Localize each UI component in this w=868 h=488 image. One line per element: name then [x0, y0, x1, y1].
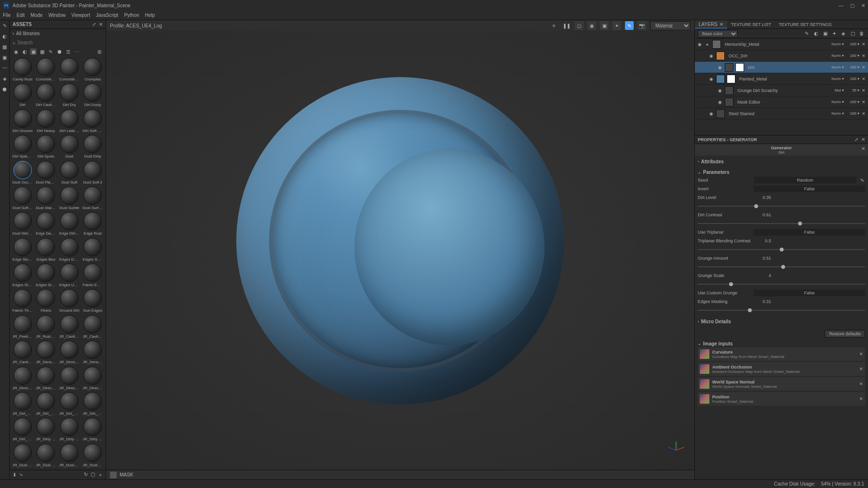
- undock-icon[interactable]: ⤢: [92, 22, 96, 27]
- tab-texture-set-settings[interactable]: TEXTURE SET SETTINGS: [775, 20, 835, 28]
- add-folder-icon[interactable]: ▢: [849, 30, 856, 37]
- dirt-level-slider[interactable]: [698, 206, 865, 207]
- layer-thumb[interactable]: [725, 86, 733, 95]
- menu-python[interactable]: Python: [124, 13, 139, 18]
- blend-mode[interactable]: Norm ▾: [831, 53, 844, 58]
- panel-close-icon[interactable]: ✕: [99, 22, 103, 27]
- material-dropdown[interactable]: Material: [650, 21, 691, 30]
- asset-item[interactable]: Dirt Heavy: [35, 109, 57, 133]
- layer-thumb[interactable]: [716, 75, 725, 83]
- eraser-icon[interactable]: ◐: [1, 33, 8, 40]
- camera-icon[interactable]: ◉: [587, 21, 596, 30]
- section-image-inputs[interactable]: ⌄Image inputs: [698, 340, 865, 347]
- mask-thumb[interactable]: [727, 75, 735, 83]
- add-smart-icon[interactable]: ◈: [840, 30, 847, 37]
- filter-more-icon[interactable]: ⋯: [73, 48, 80, 55]
- menu-javascript[interactable]: JavaScript: [96, 13, 119, 18]
- render-icon[interactable]: ✎: [625, 21, 634, 30]
- blend-mode[interactable]: Norm ▾: [831, 42, 844, 46]
- viewport-3d[interactable]: [106, 31, 694, 470]
- triplanar-slider[interactable]: [698, 249, 865, 250]
- remove-input-icon[interactable]: ✕: [859, 382, 863, 386]
- visibility-icon[interactable]: ◉: [697, 41, 703, 47]
- refresh-icon[interactable]: ↻: [84, 472, 88, 478]
- image-input-row[interactable]: World Space NormalWorld Space Normals Sm…: [698, 377, 865, 391]
- filter-settings-icon[interactable]: ☰: [65, 48, 71, 55]
- asset-item[interactable]: Ground Dirt: [58, 289, 81, 313]
- asset-item[interactable]: Dirt: [12, 83, 34, 107]
- layer-name[interactable]: Dirt: [746, 65, 829, 70]
- projection-icon[interactable]: ▦: [1, 43, 8, 50]
- asset-item[interactable]: Dust: [58, 135, 81, 159]
- layer-thumb[interactable]: [725, 63, 733, 72]
- filter-all-icon[interactable]: ◉: [13, 48, 19, 55]
- material-icon[interactable]: ⬢: [1, 86, 8, 92]
- layer-name[interactable]: OCC_Dirt: [727, 53, 829, 58]
- add-fill-icon[interactable]: ▣: [822, 30, 828, 37]
- asset-item[interactable]: JR_Dirt_Co...: [12, 392, 34, 416]
- section-micro[interactable]: ›Micro Details: [698, 317, 865, 325]
- grunge-scale-slider[interactable]: [698, 284, 865, 285]
- asset-item[interactable]: JR_Dirt_Fine: [35, 392, 57, 416]
- opacity-value[interactable]: 100 ▾: [848, 42, 859, 46]
- mask-thumb[interactable]: [735, 63, 744, 72]
- asset-item[interactable]: Fabric Edg...: [82, 264, 104, 288]
- layer-thumb[interactable]: [716, 52, 725, 60]
- visibility-icon[interactable]: ◉: [717, 99, 723, 105]
- asset-item[interactable]: Edges Stro...: [35, 264, 57, 288]
- layer-row[interactable]: ◉OCC_DirtNorm ▾100 ▾✕: [695, 50, 868, 62]
- image-input-row[interactable]: Ambient OcclusionAmbient Occlusion Map f…: [698, 362, 865, 376]
- asset-item[interactable]: Crumples: [82, 58, 104, 82]
- asset-item[interactable]: Gun Edges: [82, 289, 104, 313]
- delete-icon[interactable]: ✕: [861, 65, 866, 70]
- tab-texture-set-list[interactable]: TEXTURE SET LIST: [727, 20, 775, 28]
- close-button[interactable]: ✕: [861, 3, 865, 8]
- asset-item[interactable]: Edges Scra...: [82, 238, 104, 262]
- asset-item[interactable]: Dust Stained: [35, 186, 57, 211]
- pause-icon[interactable]: ❚❚: [562, 21, 571, 30]
- menu-mode[interactable]: Mode: [30, 13, 42, 18]
- asset-item[interactable]: JR_Dust_Fi...: [82, 444, 104, 468]
- asset-item[interactable]: JR_Dirt_Fine: [58, 392, 81, 416]
- asset-item[interactable]: Dirt Ground: [12, 109, 34, 133]
- add-effect-icon[interactable]: ✎: [803, 30, 810, 37]
- asset-item[interactable]: Dust Soft: [58, 161, 81, 185]
- remove-input-icon[interactable]: ✕: [859, 352, 863, 356]
- edit-icon[interactable]: ✎: [859, 178, 865, 183]
- back-icon[interactable]: ‹: [13, 31, 14, 36]
- display-settings-icon[interactable]: ≡: [550, 21, 558, 30]
- brush-icon[interactable]: ✎: [1, 22, 8, 29]
- asset-item[interactable]: JR_Directio...: [12, 367, 34, 391]
- layer-thumb[interactable]: [725, 98, 733, 106]
- asset-item[interactable]: Edge Rust: [82, 212, 104, 236]
- asset-item[interactable]: JR_Dirty Le...: [58, 418, 81, 442]
- delete-icon[interactable]: ✕: [861, 77, 866, 81]
- layer-row[interactable]: ◉Mask EditorNorm ▾100 ▾✕: [695, 96, 868, 108]
- folder-icon[interactable]: ▢: [91, 472, 95, 478]
- image-input-row[interactable]: PositionPosition Smart_Material✕: [698, 392, 865, 406]
- minimize-button[interactable]: —: [839, 3, 843, 8]
- import-icon[interactable]: ⬇: [13, 472, 16, 477]
- edges-masking-slider[interactable]: [698, 310, 865, 311]
- grunge-amount-slider[interactable]: [698, 266, 865, 267]
- blend-mode[interactable]: Norm ▾: [831, 65, 844, 69]
- asset-item[interactable]: JR_Cavity_...: [58, 315, 81, 339]
- layer-thumb[interactable]: [712, 40, 721, 49]
- layer-row[interactable]: ◉Painted_MetalNorm ▾100 ▾✕: [695, 73, 868, 85]
- section-parameters[interactable]: ⌄Parameters: [698, 168, 865, 176]
- fill-icon[interactable]: ▣: [1, 54, 8, 61]
- visibility-icon[interactable]: ◉: [708, 111, 714, 117]
- invert-toggle[interactable]: False: [754, 185, 865, 192]
- delete-icon[interactable]: ✕: [861, 100, 866, 105]
- asset-item[interactable]: Fibers: [35, 289, 57, 313]
- section-attributes[interactable]: ›Attributes: [698, 158, 865, 165]
- add-adjustment-icon[interactable]: ✦: [831, 30, 838, 37]
- remove-input-icon[interactable]: ✕: [859, 396, 863, 401]
- asset-item[interactable]: Dust Dirty: [82, 135, 104, 159]
- add-mask-icon[interactable]: ◐: [813, 30, 819, 37]
- smudge-icon[interactable]: 〰: [1, 65, 8, 71]
- asset-item[interactable]: Dust Wide ...: [12, 212, 34, 236]
- dirt-contrast-slider[interactable]: [698, 223, 865, 224]
- asset-item[interactable]: Edge Dam...: [35, 212, 57, 236]
- visibility-icon[interactable]: ◉: [708, 76, 714, 82]
